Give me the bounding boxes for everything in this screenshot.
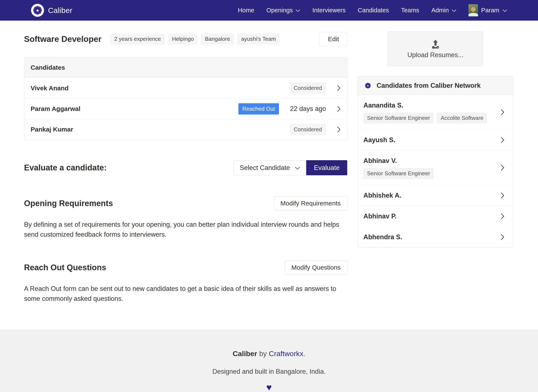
network-candidate-row[interactable]: Aanandita S. Senior Software Engineer Ac… <box>358 95 513 129</box>
brand-name: Caliber <box>48 6 72 15</box>
network-panel-header: ★ Candidates from Caliber Network <box>358 76 513 95</box>
status-badge: Considered <box>290 124 326 135</box>
opening-tag: 2 years experience <box>110 33 165 45</box>
candidate-row[interactable]: Vivek Anand Considered <box>24 78 347 98</box>
opening-detail: Software Developer 2 years experience He… <box>24 21 347 304</box>
network-candidate-row[interactable]: Abhinav V. Senior Software Engineer <box>358 150 513 185</box>
page-footer: Caliber by Craftworkx. Designed and buil… <box>0 330 538 392</box>
footer-tagline: Designed and built in Bangalore, India. <box>0 368 538 375</box>
network-candidate-name: Abhendra S. <box>363 233 494 241</box>
chevron-right-icon <box>501 213 504 219</box>
chevron-right-icon <box>337 126 341 133</box>
section-description: By defining a set of requirements for yo… <box>24 219 347 239</box>
candidate-name: Pankaj Kumar <box>31 126 73 133</box>
network-candidate-name: Aanandita S. <box>363 101 494 110</box>
opening-tag: Helpingo <box>168 33 198 45</box>
main-content: Software Developer 2 years experience He… <box>0 21 538 330</box>
network-candidate-name: Aayush S. <box>363 135 494 144</box>
section-description: A Reach Out form can be sent out to new … <box>24 284 347 304</box>
heart-icon: ♥ <box>0 383 538 392</box>
nav-item-home[interactable]: Home <box>238 7 254 14</box>
upload-icon <box>430 39 441 50</box>
candidates-card: Candidates Vivek Anand Considered Param … <box>24 57 347 140</box>
top-nav: ★ Caliber Home Openings Interviewers Can… <box>0 0 538 21</box>
candidate-tag: Senior Software Engineer <box>363 168 434 179</box>
status-badge: Considered <box>290 82 326 94</box>
edit-button[interactable]: Edit <box>320 32 347 46</box>
nav-item-openings[interactable]: Openings <box>266 7 300 14</box>
evaluate-label: Evaluate a candidate: <box>24 163 107 172</box>
chevron-down-icon <box>295 167 300 170</box>
modify-questions-button[interactable]: Modify Questions <box>285 261 347 275</box>
network-candidate-name: Abhinav V. <box>363 156 494 165</box>
candidate-row[interactable]: Param Aggarwal Reached Out 22 days ago <box>24 98 347 119</box>
brand[interactable]: ★ Caliber <box>31 4 72 17</box>
section-title: Opening Requirements <box>24 199 113 208</box>
craftworkx-link[interactable]: Craftworkx <box>269 350 303 358</box>
network-candidate-row[interactable]: Abhendra S. <box>358 226 513 247</box>
upload-resumes-button[interactable]: Upload Resumes... <box>388 32 483 66</box>
nav-item-interviewers[interactable]: Interviewers <box>312 7 345 14</box>
candidate-name: Param Aggarwal <box>31 105 80 112</box>
chevron-right-icon <box>501 137 504 143</box>
evaluate-button[interactable]: Evaluate <box>306 160 347 175</box>
svg-text:★: ★ <box>367 84 369 87</box>
candidate-name: Vivek Anand <box>31 84 68 92</box>
modify-requirements-button[interactable]: Modify Requirements <box>274 196 347 210</box>
candidates-card-title: Candidates <box>24 58 347 78</box>
network-candidate-row[interactable]: Abhishek A. <box>358 185 513 206</box>
chevron-down-icon <box>296 9 300 12</box>
network-candidate-name: Abhishek A. <box>363 191 494 200</box>
candidate-tag: Accolite Software <box>437 113 487 123</box>
candidate-tag: Senior Software Engineer <box>363 113 434 123</box>
network-candidate-row[interactable]: Aayush S. <box>358 129 513 150</box>
network-candidate-row[interactable]: Abhinav P. <box>358 206 513 226</box>
opening-title-row: Software Developer 2 years experience He… <box>24 32 347 47</box>
page-title: Software Developer <box>24 34 101 44</box>
footer-credit: Caliber by Craftworkx. <box>0 350 538 358</box>
opening-tag: Bangalore <box>201 33 234 45</box>
network-panel-title: Candidates from Caliber Network <box>377 82 481 89</box>
nav-item-candidates[interactable]: Candidates <box>358 7 389 14</box>
opening-requirements-section: Opening Requirements Modify Requirements… <box>24 196 347 239</box>
chevron-down-icon <box>452 9 456 12</box>
network-candidate-name: Abhinav P. <box>363 212 494 220</box>
user-name: Param <box>481 7 499 14</box>
caliber-logo-icon: ★ <box>363 81 372 90</box>
reach-out-questions-section: Reach Out Questions Modify Questions A R… <box>24 261 347 304</box>
chevron-right-icon <box>501 109 504 115</box>
chevron-down-icon <box>502 9 507 12</box>
chevron-right-icon <box>501 165 504 171</box>
chevron-right-icon <box>337 85 341 91</box>
section-title: Reach Out Questions <box>24 263 106 272</box>
caliber-network-panel: ★ Candidates from Caliber Network Aanand… <box>358 76 514 247</box>
chevron-right-icon <box>501 234 504 240</box>
user-menu[interactable]: Param <box>468 4 507 16</box>
candidate-row[interactable]: Pankaj Kumar Considered <box>24 119 347 140</box>
footer-brand: Caliber <box>233 350 257 358</box>
select-candidate-dropdown[interactable]: Select Candidate <box>233 160 306 175</box>
svg-text:★: ★ <box>36 8 40 13</box>
page: ★ Caliber Home Openings Interviewers Can… <box>0 0 538 392</box>
status-time: 22 days ago <box>290 105 326 113</box>
nav-item-admin[interactable]: Admin <box>431 7 456 14</box>
caliber-logo-icon: ★ <box>31 4 44 17</box>
upload-label: Upload Resumes... <box>407 51 464 59</box>
status-badge: Reached Out <box>238 103 279 115</box>
evaluate-row: Evaluate a candidate: Select Candidate E… <box>24 160 347 175</box>
right-column: Upload Resumes... ★ Candidates from Cali… <box>358 21 514 247</box>
nav-item-teams[interactable]: Teams <box>401 7 419 14</box>
opening-tags: 2 years experience Helpingo Bangalore ay… <box>110 33 280 45</box>
opening-tag: ayushi's Team <box>237 33 280 45</box>
nav-items: Home Openings Interviewers Candidates Te… <box>238 4 507 16</box>
chevron-right-icon <box>337 106 341 112</box>
user-avatar <box>468 4 478 16</box>
chevron-right-icon <box>501 192 504 198</box>
